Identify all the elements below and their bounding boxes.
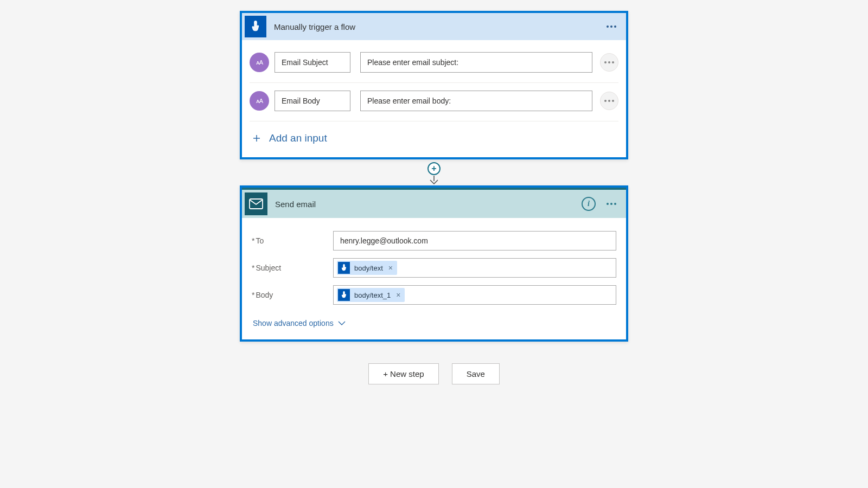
action-header[interactable]: Send email i [242, 190, 626, 218]
dynamic-token: body/text_1 × [337, 288, 405, 302]
remove-token-button[interactable]: × [395, 291, 401, 299]
input-more-button[interactable] [600, 53, 618, 72]
plus-icon [252, 133, 261, 143]
arrow-down-icon [429, 176, 439, 184]
manual-trigger-icon [338, 289, 350, 301]
advanced-label: Show advanced options [253, 319, 334, 328]
body-field-row: Body body/text_1 × [252, 285, 616, 305]
action-body: To henry.legge@outlook.com Subject body/… [242, 218, 626, 339]
footer-buttons: + New step Save [368, 363, 500, 384]
action-container: Send email i To henry.legge@outlook.com … [240, 185, 628, 342]
input-prompt-field[interactable]: Please enter email body: [360, 91, 592, 111]
token-label: body/text [354, 264, 383, 272]
save-button[interactable]: Save [452, 363, 500, 384]
action-more-button[interactable] [602, 195, 621, 213]
trigger-inputs-panel: ᴀA Email Subject Please enter email subj… [242, 40, 626, 157]
input-name-field[interactable]: Email Subject [275, 52, 350, 73]
subject-label: Subject [252, 258, 333, 272]
mail-icon [245, 192, 267, 215]
subject-field-row: Subject body/text × [252, 258, 616, 278]
to-label: To [252, 231, 333, 245]
input-name-field[interactable]: Email Body [275, 91, 350, 111]
subject-input[interactable]: body/text × [333, 258, 616, 278]
input-more-button[interactable] [600, 92, 618, 110]
remove-token-button[interactable]: × [387, 264, 394, 272]
trigger-more-button[interactable] [602, 17, 621, 36]
trigger-input-row: ᴀA Email Body Please enter email body: [250, 83, 618, 121]
text-type-icon: ᴀA [250, 91, 269, 111]
trigger-card: Manually trigger a flow ᴀA Email Subject… [242, 13, 626, 157]
add-input-label: Add an input [269, 132, 327, 144]
show-advanced-button[interactable]: Show advanced options [252, 310, 616, 337]
trigger-title: Manually trigger a flow [274, 22, 602, 31]
trigger-header[interactable]: Manually trigger a flow [242, 13, 626, 40]
body-input[interactable]: body/text_1 × [333, 285, 616, 305]
to-value: henry.legge@outlook.com [337, 234, 431, 247]
manual-trigger-icon [338, 262, 350, 274]
add-input-button[interactable]: Add an input [250, 121, 618, 157]
input-prompt-field[interactable]: Please enter email subject: [360, 52, 592, 73]
text-type-icon: ᴀA [250, 53, 269, 72]
new-step-button[interactable]: + New step [368, 363, 438, 384]
flow-designer: Manually trigger a flow ᴀA Email Subject… [240, 11, 628, 159]
to-input[interactable]: henry.legge@outlook.com [333, 231, 616, 251]
info-icon[interactable]: i [582, 197, 596, 211]
dynamic-token: body/text × [337, 261, 397, 275]
insert-step-button[interactable]: + [427, 162, 441, 175]
trigger-input-row: ᴀA Email Subject Please enter email subj… [250, 44, 618, 83]
to-field-row: To henry.legge@outlook.com [252, 231, 616, 251]
manual-trigger-icon [245, 16, 266, 37]
body-label: Body [252, 285, 333, 299]
action-title: Send email [275, 200, 582, 209]
connector: + [240, 159, 628, 185]
token-label: body/text_1 [354, 291, 391, 299]
send-email-card: Send email i To henry.legge@outlook.com … [242, 188, 626, 339]
chevron-down-icon [338, 320, 346, 326]
